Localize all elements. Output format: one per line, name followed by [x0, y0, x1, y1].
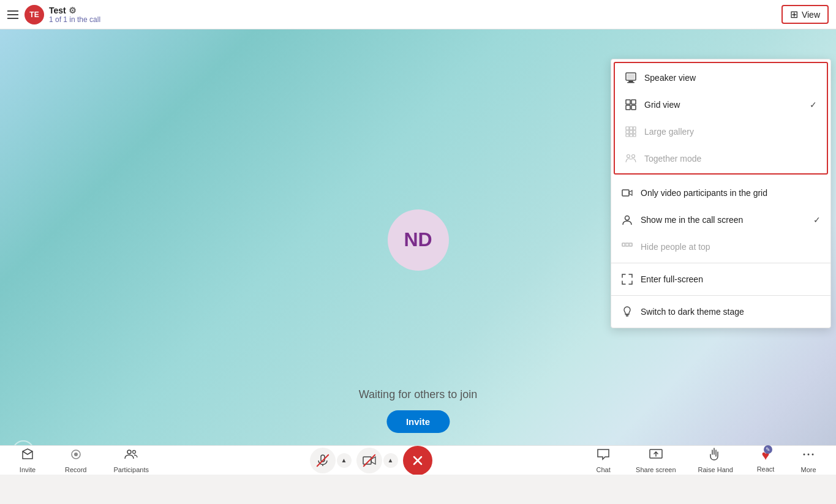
fullscreen-icon: [621, 273, 633, 285]
menu-item-large-gallery[interactable]: Large gallery: [615, 118, 827, 145]
mic-caret[interactable]: ▲: [337, 453, 352, 468]
menu-item-fullscreen[interactable]: Enter full-screen: [611, 266, 830, 293]
header-info: Test ⚙ 1 of 1 in the call: [49, 6, 100, 24]
svg-point-29: [127, 450, 131, 454]
call-area: ND Waiting for others to join Invite S S…: [0, 29, 836, 475]
camera-caret[interactable]: ▲: [383, 453, 398, 468]
grid-view-label: Grid view: [644, 100, 802, 110]
svg-point-18: [632, 155, 635, 158]
only-video-icon: [621, 187, 633, 199]
camera-button[interactable]: [356, 448, 382, 473]
end-call-button[interactable]: [403, 446, 432, 475]
participant-count: 1 of 1 in the call: [49, 15, 100, 24]
toolbar-participants-button[interactable]: Participants: [108, 445, 153, 475]
lightbulb-icon: [621, 306, 633, 318]
display-options-section: Only video participants in the grid Show…: [611, 177, 830, 263]
menu-item-together-mode[interactable]: Together mode: [615, 145, 827, 172]
svg-rect-12: [630, 130, 633, 134]
svg-point-37: [808, 453, 810, 455]
svg-rect-3: [627, 74, 635, 79]
toolbar-chat-button[interactable]: Chat: [588, 445, 619, 475]
svg-rect-15: [630, 134, 633, 137]
waiting-message: Waiting for others to join: [359, 388, 477, 401]
hamburger-menu[interactable]: [7, 9, 20, 21]
theme-section: Switch to dark theme stage: [611, 296, 830, 328]
chat-icon: [597, 448, 610, 464]
menu-item-hide-people[interactable]: Hide people at top: [611, 233, 830, 260]
raise-hand-icon: [709, 448, 722, 464]
toolbar-share-screen-button[interactable]: Share screen: [631, 445, 680, 475]
svg-rect-21: [622, 243, 632, 246]
svg-point-17: [627, 155, 630, 158]
toolbar-left: Invite Record: [12, 445, 154, 475]
view-button[interactable]: ⊞ View: [781, 5, 829, 24]
menu-item-grid-view[interactable]: Grid view ✓: [615, 91, 827, 118]
share-screen-label: Share screen: [636, 466, 676, 473]
camera-icon-wrapper: [363, 456, 376, 465]
user-avatar: TE: [24, 5, 44, 24]
more-label: More: [800, 466, 816, 473]
speaker-view-label: Speaker view: [644, 73, 817, 83]
mic-control: ▲: [310, 448, 352, 473]
react-label: React: [757, 465, 775, 473]
svg-point-36: [804, 453, 805, 455]
svg-rect-11: [626, 130, 629, 134]
svg-rect-16: [633, 134, 636, 137]
toolbar-react-button[interactable]: ♥ ✎ React: [750, 445, 781, 475]
svg-rect-8: [626, 127, 629, 130]
mic-button[interactable]: [310, 448, 336, 473]
record-label: Record: [65, 466, 86, 473]
header-left: TE Test ⚙ 1 of 1 in the call: [7, 5, 100, 24]
svg-rect-10: [633, 127, 636, 130]
invite-label: Invite: [20, 466, 36, 473]
svg-point-28: [74, 453, 78, 456]
fullscreen-section: Enter full-screen: [611, 263, 830, 296]
svg-rect-6: [626, 105, 630, 110]
menu-item-dark-theme[interactable]: Switch to dark theme stage: [611, 298, 830, 325]
header: TE Test ⚙ 1 of 1 in the call ⊞ View: [0, 0, 836, 29]
share-screen-icon: [649, 448, 663, 464]
svg-rect-4: [626, 100, 630, 104]
svg-point-38: [812, 453, 814, 455]
speaker-view-icon: [625, 72, 637, 84]
menu-item-show-me[interactable]: Show me in the call screen ✓: [611, 206, 830, 233]
svg-rect-5: [631, 100, 636, 104]
toolbar-right: Chat Share screen Raise: [588, 445, 824, 475]
show-me-check: ✓: [813, 215, 821, 225]
participants-label: Participants: [113, 466, 148, 473]
svg-rect-22: [622, 243, 625, 246]
settings-icon[interactable]: ⚙: [69, 6, 77, 15]
meeting-title: Test ⚙: [49, 6, 100, 15]
svg-rect-23: [626, 243, 628, 246]
svg-rect-19: [622, 190, 629, 196]
toolbar-center: ▲ ▲: [310, 446, 432, 475]
together-mode-icon: [625, 152, 637, 165]
show-me-label: Show me in the call screen: [641, 215, 806, 225]
together-mode-label: Together mode: [644, 154, 817, 164]
only-video-label: Only video participants in the grid: [641, 188, 821, 198]
camera-control: ▲: [356, 448, 398, 473]
menu-item-only-video[interactable]: Only video participants in the grid: [611, 179, 830, 206]
svg-rect-14: [626, 134, 629, 137]
show-me-icon: [621, 214, 633, 226]
toolbar-record-button[interactable]: Record: [60, 445, 91, 475]
view-options-section: Speaker view Grid view ✓: [614, 62, 828, 175]
chat-label: Chat: [596, 466, 610, 473]
invite-button[interactable]: Invite: [386, 410, 450, 433]
svg-rect-7: [631, 105, 636, 110]
large-gallery-label: Large gallery: [644, 127, 817, 137]
toolbar-more-button[interactable]: More: [793, 445, 824, 475]
invite-icon: [21, 448, 34, 464]
svg-rect-9: [630, 127, 633, 130]
svg-rect-2: [627, 82, 635, 83]
view-dropdown: Speaker view Grid view ✓: [611, 59, 831, 328]
toolbar-raise-hand-button[interactable]: Raise Hand: [693, 445, 738, 475]
hide-people-icon: [621, 241, 633, 253]
edit-badge: ✎: [764, 445, 772, 454]
svg-rect-13: [633, 130, 636, 134]
menu-item-speaker-view[interactable]: Speaker view: [615, 64, 827, 91]
toolbar-invite-button[interactable]: Invite: [12, 445, 43, 475]
svg-point-30: [133, 450, 136, 453]
svg-point-20: [625, 216, 630, 220]
react-icon-wrapper: ♥ ✎: [761, 448, 769, 464]
